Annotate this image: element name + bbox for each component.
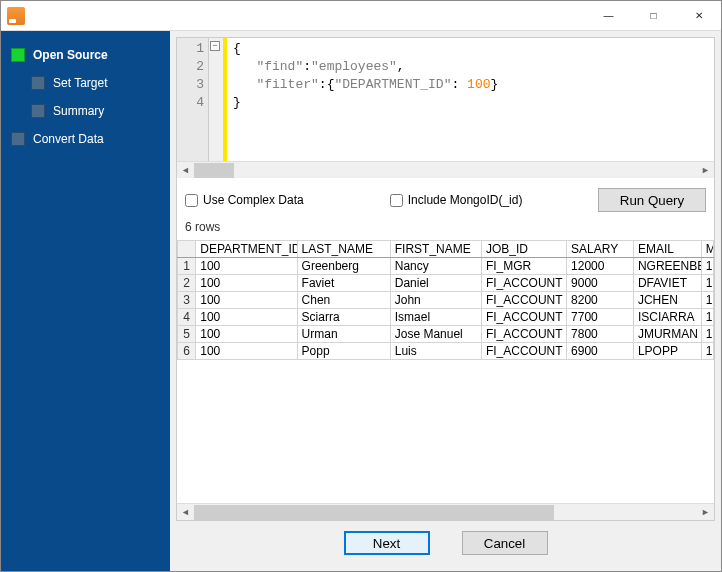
titlebar: ― □ ✕ — [1, 1, 721, 31]
table-h-scrollbar[interactable]: ◄ ► — [177, 503, 714, 520]
table-cell[interactable]: 100 — [196, 309, 297, 326]
table-cell[interactable]: FI_ACCOUNT — [481, 309, 566, 326]
table-cell[interactable]: FI_ACCOUNT — [481, 326, 566, 343]
query-editor-wrap: 1234 − { "find":"employees", "filter":{"… — [177, 38, 714, 178]
row-number-cell: 3 — [178, 292, 196, 309]
table-cell[interactable]: Jose Manuel — [390, 326, 481, 343]
step-label: Summary — [53, 104, 104, 118]
include-mongoid-checkbox[interactable]: Include MongoID(_id) — [390, 193, 523, 207]
table-cell[interactable]: JMURMAN — [633, 326, 701, 343]
editor-fold-column: − — [209, 38, 223, 161]
table-cell[interactable]: 100 — [196, 343, 297, 360]
table-header-row: DEPARTMENT_ID LAST_NAME FIRST_NAME JOB_I… — [178, 241, 714, 258]
scroll-right-icon[interactable]: ► — [697, 162, 714, 179]
fold-toggle-icon[interactable]: − — [210, 41, 220, 51]
table-cell[interactable]: 1 — [701, 292, 713, 309]
column-header[interactable]: LAST_NAME — [297, 241, 390, 258]
table-cell[interactable]: 1 — [701, 326, 713, 343]
column-header[interactable]: JOB_ID — [481, 241, 566, 258]
step-convert-data[interactable]: Convert Data — [1, 127, 170, 151]
table-cell[interactable]: Chen — [297, 292, 390, 309]
step-indicator-icon — [31, 76, 45, 90]
table-cell[interactable]: Greenberg — [297, 258, 390, 275]
step-label: Open Source — [33, 48, 108, 62]
step-summary[interactable]: Summary — [1, 99, 170, 123]
table-cell[interactable]: 7800 — [567, 326, 634, 343]
table-cell[interactable]: 12000 — [567, 258, 634, 275]
table-cell[interactable]: NGREENBE — [633, 258, 701, 275]
table-cell[interactable]: Sciarra — [297, 309, 390, 326]
include-mongoid-input[interactable] — [390, 194, 403, 207]
window-controls: ― □ ✕ — [586, 1, 721, 30]
table-cell[interactable]: Urman — [297, 326, 390, 343]
table-row[interactable]: 2100FavietDanielFI_ACCOUNT9000DFAVIET1 — [178, 275, 714, 292]
table-cell[interactable]: 100 — [196, 275, 297, 292]
results-table-scroll[interactable]: DEPARTMENT_ID LAST_NAME FIRST_NAME JOB_I… — [177, 240, 714, 503]
use-complex-data-input[interactable] — [185, 194, 198, 207]
row-number-cell: 1 — [178, 258, 196, 275]
table-cell[interactable]: LPOPP — [633, 343, 701, 360]
scroll-thumb[interactable] — [194, 163, 234, 178]
results-table: DEPARTMENT_ID LAST_NAME FIRST_NAME JOB_I… — [177, 240, 714, 360]
table-cell[interactable]: Faviet — [297, 275, 390, 292]
table-cell[interactable]: 1 — [701, 275, 713, 292]
table-cell[interactable]: FI_ACCOUNT — [481, 275, 566, 292]
table-cell[interactable]: 6900 — [567, 343, 634, 360]
table-cell[interactable]: Popp — [297, 343, 390, 360]
step-indicator-icon — [11, 132, 25, 146]
minimize-button[interactable]: ― — [586, 1, 631, 30]
table-cell[interactable]: Ismael — [390, 309, 481, 326]
scroll-left-icon[interactable]: ◄ — [177, 162, 194, 179]
column-header[interactable]: DEPARTMENT_ID — [196, 241, 297, 258]
column-header[interactable]: SALARY — [567, 241, 634, 258]
close-button[interactable]: ✕ — [676, 1, 721, 30]
next-button[interactable]: Next — [344, 531, 430, 555]
options-row: Use Complex Data Include MongoID(_id) Ru… — [177, 178, 714, 218]
table-cell[interactable]: JCHEN — [633, 292, 701, 309]
table-cell[interactable]: 100 — [196, 292, 297, 309]
table-row[interactable]: 5100UrmanJose ManuelFI_ACCOUNT7800JMURMA… — [178, 326, 714, 343]
table-row[interactable]: 6100PoppLuisFI_ACCOUNT6900LPOPP1 — [178, 343, 714, 360]
query-editor[interactable]: 1234 − { "find":"employees", "filter":{"… — [177, 38, 714, 161]
table-cell[interactable]: 8200 — [567, 292, 634, 309]
wizard-footer: Next Cancel — [176, 521, 715, 565]
table-cell[interactable]: Nancy — [390, 258, 481, 275]
scroll-right-icon[interactable]: ► — [697, 504, 714, 521]
table-cell[interactable]: 1 — [701, 309, 713, 326]
editor-h-scrollbar[interactable]: ◄ ► — [177, 161, 714, 178]
column-header[interactable]: FIRST_NAME — [390, 241, 481, 258]
editor-code[interactable]: { "find":"employees", "filter":{"DEPARTM… — [227, 38, 714, 161]
column-header[interactable]: EMAIL — [633, 241, 701, 258]
scroll-left-icon[interactable]: ◄ — [177, 504, 194, 521]
table-row[interactable]: 1100GreenbergNancyFI_MGR12000NGREENBE1 — [178, 258, 714, 275]
table-row[interactable]: 4100SciarraIsmaelFI_ACCOUNT7700ISCIARRA1 — [178, 309, 714, 326]
table-cell[interactable]: DFAVIET — [633, 275, 701, 292]
use-complex-data-checkbox[interactable]: Use Complex Data — [185, 193, 304, 207]
table-cell[interactable]: FI_ACCOUNT — [481, 292, 566, 309]
table-cell[interactable]: 7700 — [567, 309, 634, 326]
table-cell[interactable]: 1 — [701, 258, 713, 275]
step-indicator-icon — [11, 48, 25, 62]
table-cell[interactable]: FI_ACCOUNT — [481, 343, 566, 360]
cancel-button[interactable]: Cancel — [462, 531, 548, 555]
table-cell[interactable]: Luis — [390, 343, 481, 360]
table-cell[interactable]: ISCIARRA — [633, 309, 701, 326]
table-cell[interactable]: John — [390, 292, 481, 309]
editor-gutter: 1234 — [177, 38, 209, 161]
table-cell[interactable]: 9000 — [567, 275, 634, 292]
app-icon — [7, 7, 25, 25]
table-cell[interactable]: FI_MGR — [481, 258, 566, 275]
step-open-source[interactable]: Open Source — [1, 43, 170, 67]
table-row[interactable]: 3100ChenJohnFI_ACCOUNT8200JCHEN1 — [178, 292, 714, 309]
table-cell[interactable]: 100 — [196, 326, 297, 343]
run-query-button[interactable]: Run Query — [598, 188, 706, 212]
step-set-target[interactable]: Set Target — [1, 71, 170, 95]
row-number-header — [178, 241, 196, 258]
row-number-cell: 6 — [178, 343, 196, 360]
table-cell[interactable]: 1 — [701, 343, 713, 360]
maximize-button[interactable]: □ — [631, 1, 676, 30]
column-header[interactable]: M — [701, 241, 713, 258]
table-cell[interactable]: Daniel — [390, 275, 481, 292]
scroll-thumb[interactable] — [194, 505, 554, 520]
table-cell[interactable]: 100 — [196, 258, 297, 275]
